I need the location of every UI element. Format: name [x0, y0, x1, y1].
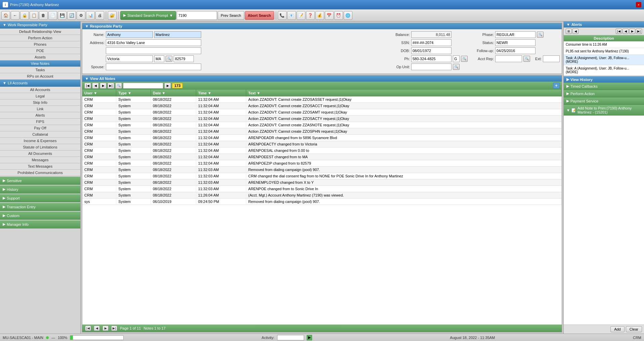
sidebar-item-phones[interactable]: Phones — [0, 41, 80, 48]
toolbar-btn-10[interactable]: 📊 — [86, 11, 95, 20]
toolbar-right-btn-4[interactable]: ❓ — [306, 11, 315, 20]
perform-action-btn[interactable]: ▶ Perform Action — [564, 90, 644, 97]
toolbar-btn-9[interactable]: ⚙ — [77, 11, 85, 20]
ext-input[interactable] — [543, 55, 560, 62]
sidebar-item-messages[interactable]: Messages — [0, 157, 80, 163]
notes-last-btn[interactable]: ▶| — [108, 83, 114, 89]
sidebar-item-legal[interactable]: Legal — [0, 93, 80, 99]
close-button[interactable]: × — [636, 2, 641, 7]
acct-rep-lookup-btn[interactable]: 🔍 — [523, 56, 530, 62]
table-row[interactable]: CRMSystem08/18/202211:32:04 AMAction ZZA… — [82, 96, 562, 103]
state-lookup-btn[interactable]: 🔍 — [166, 56, 172, 62]
alerts-btn-1[interactable]: ⊞ — [566, 29, 572, 34]
sidebar-item-text-messages[interactable]: Text Messages — [0, 163, 80, 170]
sidebar-group-support-header[interactable]: ▶ Support — [0, 194, 80, 202]
toolbar-btn-lock[interactable]: 🔐 — [108, 11, 117, 20]
sidebar-item-pay-off[interactable]: Pay Off — [0, 125, 80, 131]
toolbar-right-btn-5[interactable]: 💰 — [315, 11, 324, 20]
sidebar-group-custom-header[interactable]: ▶ Custom — [0, 212, 80, 220]
alert-item-1[interactable]: Consumer time is 11:26 AM — [564, 41, 644, 48]
notes-first-btn[interactable]: |◀ — [84, 83, 91, 89]
activity-play-btn[interactable]: ▶ — [307, 335, 312, 340]
state-input[interactable] — [154, 55, 164, 62]
sidebar-item-poe[interactable]: POE — [0, 48, 80, 54]
alerts-btn-3[interactable]: |◀ — [616, 29, 622, 34]
city-input[interactable] — [106, 55, 153, 62]
notes-add-btn[interactable]: + — [553, 83, 560, 89]
address2-input[interactable] — [106, 47, 201, 54]
toolbar-btn-4[interactable]: 📋 — [30, 11, 38, 20]
sidebar-item-all-accounts[interactable]: All Accounts — [0, 87, 80, 93]
payment-service-btn[interactable]: ▶ Payment Service — [564, 97, 644, 105]
notes-search-btn[interactable]: 🔍 — [115, 83, 122, 89]
toolbar-btn-3[interactable]: 🔒 — [20, 11, 29, 20]
phase-input[interactable] — [495, 31, 535, 38]
toolbar-right-btn-7[interactable]: ⏰ — [334, 11, 343, 20]
table-row[interactable]: CRMSystem08/18/202211:32:03 AMARENEMPLOY… — [82, 179, 562, 186]
col-time[interactable]: Time ▼ — [196, 90, 246, 96]
table-row[interactable]: CRMSystem08/18/202211:32:04 AMARENPOESAL… — [82, 147, 562, 154]
col-user[interactable]: User ▼ — [82, 90, 116, 96]
table-row[interactable]: CRMSystem08/18/202211:32:04 AMARENPOEACT… — [82, 141, 562, 147]
alert-item-4[interactable]: Task: A (Assignment), User: JB, Follow-u… — [564, 65, 644, 76]
prev-search-button[interactable]: Prev Search — [218, 11, 244, 20]
table-row[interactable]: sysSystem06/10/201909:24:50 PMRemoved fr… — [82, 199, 562, 205]
alerts-btn-2[interactable]: ◀ — [572, 29, 578, 34]
col-text[interactable]: Text ▼ — [246, 90, 562, 96]
toolbar-btn-7[interactable]: 💾 — [58, 11, 67, 20]
sidebar-item-rps-on-account[interactable]: RPs on Account — [0, 73, 80, 80]
status-input[interactable] — [495, 39, 535, 46]
abort-search-button[interactable]: Abort Search — [245, 11, 274, 20]
sidebar-item-statute[interactable]: Statute of Limitations — [0, 144, 80, 151]
sidebar-lil-accounts[interactable]: ▼ LIl Accounts — [0, 80, 80, 87]
toolbar-btn-6[interactable]: 📄 — [48, 11, 57, 20]
note-text-input[interactable] — [565, 117, 643, 323]
table-row[interactable]: CRMSystem08/18/202211:32:04 AMAction ZZA… — [82, 122, 562, 128]
footer-last-btn[interactable]: ▶| — [111, 326, 117, 331]
table-row[interactable]: CRMSystem08/18/202211:26:04 AM(Acct. Mgt… — [82, 192, 562, 199]
table-row[interactable]: CRMSystem08/18/202211:32:04 AMAction ZZA… — [82, 103, 562, 109]
sidebar-group-manager-info-header[interactable]: ▶ Manager Info — [0, 220, 80, 228]
toolbar-btn-1[interactable]: 🏠 — [1, 11, 10, 20]
table-row[interactable]: CRMSystem08/18/202211:32:04 AMARENPOEADR… — [82, 135, 562, 141]
last-name-input[interactable] — [154, 31, 201, 38]
sidebar-item-fips[interactable]: FIPS — [0, 119, 80, 125]
toolbar-right-btn-3[interactable]: 📝 — [297, 11, 305, 20]
notes-search-input[interactable] — [123, 83, 163, 89]
table-row[interactable]: CRMSystem08/18/202211:32:03 AMCRM change… — [82, 173, 562, 179]
sidebar-item-skip-info[interactable]: Skip Info — [0, 99, 80, 106]
table-row[interactable]: CRMSystem08/18/202211:32:04 AMARENPOEEST… — [82, 154, 562, 160]
sidebar-item-alerts[interactable]: Alerts — [0, 112, 80, 119]
sidebar-group-history-header[interactable]: ▶ History — [0, 185, 80, 194]
footer-next-btn[interactable]: ▶ — [102, 326, 109, 331]
toolbar-btn-5[interactable]: 🗑 — [39, 11, 48, 20]
clear-note-btn[interactable]: Clear — [626, 326, 642, 332]
zip-input[interactable] — [174, 55, 194, 62]
opunit-lookup-btn[interactable]: 🔍 — [453, 64, 460, 70]
alert-item-2[interactable]: PL95 not sent for Anthony Martinez (7190… — [564, 48, 644, 55]
notes-next-btn[interactable]: ▶ — [100, 83, 106, 89]
search-prompt-button[interactable]: ▶ Standard Search Prompt ▼ — [120, 11, 176, 20]
phone-lookup-btn[interactable]: 🔍 — [461, 56, 468, 62]
followup-input[interactable] — [495, 47, 535, 54]
col-type[interactable]: Type ▼ — [116, 90, 151, 96]
spouse-input[interactable] — [106, 63, 201, 70]
toolbar-right-btn-2[interactable]: 📧 — [287, 11, 296, 20]
sidebar-group-sensitive-header[interactable]: ▶ Sensitive — [0, 177, 80, 185]
acct-rep-input[interactable] — [495, 55, 522, 62]
sidebar-item-assets[interactable]: Assets — [0, 54, 80, 60]
table-row[interactable]: CRMSystem08/18/202211:32:04 AMAction ZZA… — [82, 128, 562, 135]
alert-item-3[interactable]: Task: A (Assignment), User: JB, Follow-u… — [564, 55, 644, 65]
ssn-input[interactable] — [411, 39, 452, 46]
footer-prev-btn[interactable]: ◀ — [94, 326, 100, 331]
table-row[interactable]: CRMSystem08/18/202211:32:04 AMAction ZZA… — [82, 109, 562, 116]
table-row[interactable]: CRMSystem08/18/202211:32:03 AMRemoved fr… — [82, 167, 562, 173]
address1-input[interactable] — [106, 39, 201, 46]
alerts-btn-6[interactable]: ▶| — [636, 29, 642, 34]
phase-lookup-btn[interactable]: 🔍 — [537, 32, 544, 38]
sidebar-item-default-relationship-view[interactable]: Default Relationship View — [0, 29, 80, 35]
add-note-header[interactable]: ▼ 📝 Add Note to Prim:(7190) Anthony Mart… — [564, 105, 644, 116]
sidebar-item-perform-action[interactable]: Perform Action — [0, 35, 80, 41]
toolbar-btn-8[interactable]: 🔄 — [67, 11, 76, 20]
toolbar-right-btn-6[interactable]: 📅 — [325, 11, 334, 20]
